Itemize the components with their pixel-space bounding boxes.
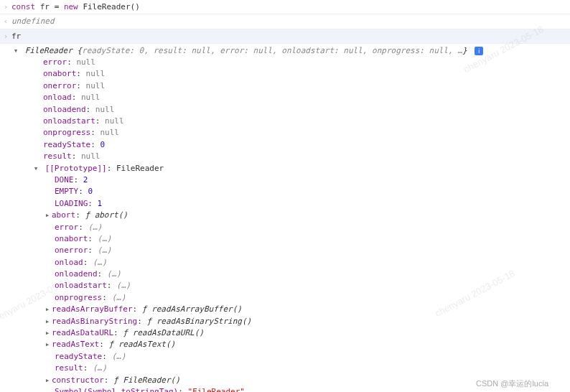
property-value: (…)	[111, 293, 126, 302]
property-row[interactable]: readyState: (…)	[3, 350, 570, 362]
property-value: (…)	[93, 258, 107, 267]
chevron-right-icon[interactable]	[43, 327, 52, 338]
chevron-right-icon[interactable]	[43, 304, 52, 314]
property-key: onloadend	[55, 269, 98, 279]
property-key: onloadstart	[43, 116, 95, 126]
property-value: 1	[98, 199, 103, 208]
property-value: null	[81, 151, 101, 161]
property-row[interactable]: onload: null	[3, 92, 570, 103]
property-key: onerror	[55, 246, 88, 255]
chevron-right-icon[interactable]	[43, 210, 52, 220]
property-row[interactable]: onloadend: (…)	[3, 269, 570, 280]
property-key: EMPTY	[55, 187, 78, 196]
info-icon[interactable]: i	[475, 47, 483, 55]
property-key: constructor	[52, 375, 104, 385]
property-row[interactable]: onloadend: null	[3, 103, 570, 115]
property-value: (…)	[88, 223, 102, 232]
property-key: readyState	[43, 140, 90, 149]
property-row[interactable]: EMPTY: 0	[3, 186, 570, 197]
property-row[interactable]: LOADING: 1	[3, 197, 570, 209]
property-key: onloadstart	[55, 281, 107, 290]
property-value: null	[86, 81, 106, 90]
property-row[interactable]: result: null	[3, 151, 570, 162]
property-key: readAsText	[52, 340, 99, 349]
property-value: (…)	[111, 352, 126, 361]
chevron-right-icon[interactable]	[43, 375, 52, 386]
property-value: readAsBinaryString()	[156, 317, 251, 326]
property-key: onprogress	[55, 293, 102, 302]
footer-credit: CSDN @幸运的lucia	[476, 378, 548, 389]
property-row[interactable]: error: (…)	[3, 221, 570, 233]
property-value: (…)	[107, 269, 121, 279]
property-value: 0	[100, 140, 105, 149]
property-value: (…)	[98, 246, 112, 255]
property-key: Symbol(Symbol.toStringTag)	[55, 387, 178, 392]
undefined-value: undefined	[11, 16, 55, 27]
property-key: error	[55, 223, 78, 232]
chevron-down-icon[interactable]	[32, 163, 40, 174]
prompt-icon: ›	[3, 31, 11, 42]
property-key: LOADING	[55, 199, 88, 208]
property-row[interactable]: onabort: (…)	[3, 233, 570, 244]
property-row[interactable]: abort: ƒ abort()	[3, 210, 570, 221]
property-row[interactable]: onprogress: (…)	[3, 291, 570, 303]
property-key: abort	[52, 210, 75, 220]
code-line: const fr = new FileReader()	[11, 1, 140, 12]
property-value: null	[76, 57, 95, 67]
property-row[interactable]: DONE: 2	[3, 174, 570, 185]
property-key: onprogress	[43, 128, 90, 137]
chevron-right-icon[interactable]	[43, 316, 52, 327]
property-row[interactable]: readAsBinaryString: ƒ readAsBinaryString…	[3, 315, 570, 327]
property-row[interactable]: readyState: 0	[3, 139, 570, 150]
property-key: onerror	[43, 81, 76, 90]
code-line: fr	[11, 31, 21, 42]
property-value: 2	[83, 175, 88, 185]
object-tree: FileReader {readyState: 0, result: null,…	[0, 44, 570, 392]
property-value: null	[95, 105, 115, 114]
property-value: readAsDataURL()	[133, 328, 204, 337]
property-value: (…)	[93, 363, 107, 373]
property-value: abort()	[95, 210, 128, 220]
property-value: 0	[88, 187, 93, 196]
property-row[interactable]: onerror: null	[3, 80, 570, 91]
property-key: onload	[55, 258, 83, 267]
property-row[interactable]: onloadstart: (…)	[3, 280, 570, 291]
property-key: readAsBinaryString	[52, 317, 137, 326]
property-row[interactable]: readAsArrayBuffer: ƒ readAsArrayBuffer()	[3, 304, 570, 315]
console-input-row[interactable]: › const fr = new FileReader()	[0, 0, 570, 14]
property-key: onabort	[55, 234, 88, 243]
property-value: readAsArrayBuffer()	[151, 304, 242, 314]
console-input-row[interactable]: › fr	[0, 29, 570, 44]
property-row[interactable]: result: (…)	[3, 363, 570, 374]
property-row[interactable]: onabort: null	[3, 68, 570, 80]
property-row[interactable]: onprogress: null	[3, 127, 570, 139]
chevron-down-icon[interactable]	[11, 45, 20, 56]
chevron-right-icon[interactable]	[43, 339, 52, 350]
property-key: onload	[43, 93, 72, 102]
property-row[interactable]: readAsDataURL: ƒ readAsDataURL()	[3, 327, 570, 339]
property-value: null	[81, 93, 101, 102]
property-value: null	[105, 116, 124, 126]
prompt-icon: ›	[3, 1, 11, 12]
object-summary[interactable]: FileReader {readyState: 0, result: null,…	[3, 45, 570, 56]
property-key: error	[43, 57, 67, 67]
property-value: (…)	[116, 281, 131, 290]
property-value: FileReader()	[123, 375, 179, 385]
property-value: null	[86, 69, 106, 78]
property-key: DONE	[55, 175, 74, 185]
property-row[interactable]: onerror: (…)	[3, 245, 570, 256]
property-row[interactable]: onload: (…)	[3, 256, 570, 268]
property-row[interactable]: onloadstart: null	[3, 116, 570, 127]
property-key: readAsArrayBuffer	[52, 304, 133, 314]
property-key: readAsDataURL	[52, 328, 113, 337]
property-value: (…)	[98, 234, 112, 243]
property-key: readyState	[55, 352, 102, 361]
property-value: null	[100, 128, 119, 137]
prototype-row[interactable]: [[Prototype]]: FileReader	[3, 162, 570, 174]
property-key: onloadend	[43, 105, 86, 114]
result-icon: ‹	[3, 16, 11, 27]
property-row[interactable]: error: null	[3, 57, 570, 68]
console-output-row: ‹ undefined	[0, 14, 570, 29]
property-key: result	[55, 363, 83, 373]
property-row[interactable]: readAsText: ƒ readAsText()	[3, 339, 570, 350]
